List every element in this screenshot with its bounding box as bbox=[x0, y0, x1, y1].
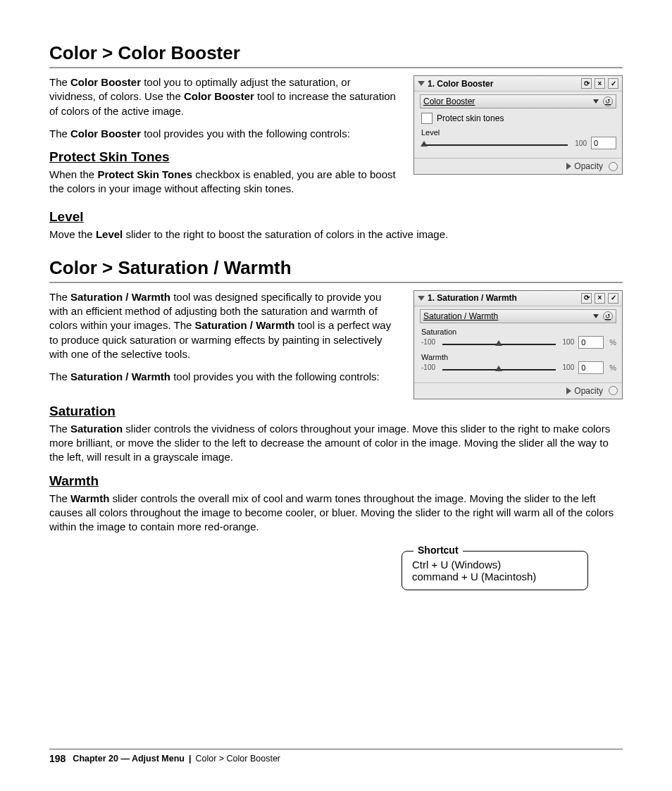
unit-label: % bbox=[609, 338, 616, 347]
page-footer: 198 Chapter 20 — Adjust Menu | Color > C… bbox=[49, 749, 623, 764]
slider-thumb[interactable] bbox=[495, 340, 502, 346]
shortcut-box: Shortcut Ctrl + U (Windows) command + U … bbox=[402, 551, 588, 590]
section-rule bbox=[49, 67, 623, 68]
panel-reset-icon[interactable]: ⟳ bbox=[581, 78, 592, 89]
chevron-down-icon bbox=[593, 314, 599, 318]
shortcut-line: Ctrl + U (Windows) bbox=[412, 559, 578, 571]
slider-max-label: 100 bbox=[575, 139, 587, 147]
panel-title-bar[interactable]: 1. Saturation / Warmth ⟳ × ✓ bbox=[414, 291, 622, 306]
panel-close-icon[interactable]: × bbox=[595, 293, 605, 304]
dropdown-label: Color Booster bbox=[423, 96, 475, 106]
body-text: The Color Booster tool you to optimally … bbox=[49, 75, 399, 118]
shortcut-legend: Shortcut bbox=[413, 544, 463, 556]
opacity-toggle[interactable] bbox=[609, 386, 618, 395]
panel-enable-checkbox[interactable]: ✓ bbox=[608, 78, 618, 89]
warmth-slider[interactable] bbox=[442, 369, 556, 370]
heading-color-booster: Color > Color Booster bbox=[49, 42, 623, 64]
panel-reset-icon[interactable]: ⟳ bbox=[581, 293, 592, 304]
collapse-icon[interactable] bbox=[418, 81, 425, 86]
method-dropdown[interactable]: Saturation / Warmth ↺ bbox=[420, 309, 616, 323]
slider-max-label: 100 bbox=[563, 338, 575, 346]
reset-icon[interactable]: ↺ bbox=[603, 311, 613, 321]
slider-thumb[interactable] bbox=[495, 366, 502, 371]
unit-label: % bbox=[609, 363, 616, 372]
warmth-value-input[interactable]: 0 bbox=[578, 361, 604, 374]
body-text: The Saturation slider controls the vivid… bbox=[49, 422, 623, 465]
footer-chapter: Chapter 20 — Adjust Menu bbox=[73, 754, 185, 764]
level-slider[interactable] bbox=[424, 144, 568, 146]
body-text: The Warmth slider controls the overall m… bbox=[49, 492, 623, 535]
subheading-level: Level bbox=[49, 209, 623, 225]
protect-skin-tones-checkbox[interactable] bbox=[421, 113, 433, 124]
expand-icon[interactable] bbox=[566, 387, 571, 394]
panel-title-text: 1. Saturation / Warmth bbox=[428, 293, 517, 303]
footer-divider: | bbox=[189, 754, 192, 764]
saturation-value-input[interactable]: 0 bbox=[578, 336, 604, 349]
subheading-saturation: Saturation bbox=[49, 404, 623, 419]
chevron-down-icon bbox=[593, 99, 599, 104]
panel-title-text: 1. Color Booster bbox=[428, 79, 493, 89]
panel-title-bar[interactable]: 1. Color Booster ⟳ × ✓ bbox=[414, 76, 622, 92]
panel-color-booster: 1. Color Booster ⟳ × ✓ Color Booster ↺ P… bbox=[413, 75, 623, 175]
body-text: When the Protect Skin Tones checkbox is … bbox=[49, 168, 399, 197]
opacity-label: Opacity bbox=[574, 161, 603, 171]
opacity-label: Opacity bbox=[574, 386, 603, 396]
checkbox-label: Protect skin tones bbox=[437, 113, 504, 123]
panel-close-icon[interactable]: × bbox=[595, 78, 605, 89]
panel-saturation-warmth: 1. Saturation / Warmth ⟳ × ✓ Saturation … bbox=[413, 290, 623, 399]
slider-label: Warmth bbox=[421, 353, 616, 361]
opacity-toggle[interactable] bbox=[609, 162, 618, 171]
body-text: The Saturation / Warmth tool provides yo… bbox=[49, 370, 399, 384]
heading-saturation-warmth: Color > Saturation / Warmth bbox=[49, 257, 623, 279]
page-number: 198 bbox=[49, 753, 66, 764]
dropdown-label: Saturation / Warmth bbox=[423, 311, 498, 321]
slider-label: Level bbox=[421, 128, 616, 137]
body-text: The Saturation / Warmth tool was designe… bbox=[49, 290, 399, 361]
shortcut-line: command + U (Macintosh) bbox=[412, 571, 578, 583]
expand-icon[interactable] bbox=[566, 163, 571, 170]
slider-max-label: 100 bbox=[563, 363, 575, 371]
reset-icon[interactable]: ↺ bbox=[603, 96, 613, 106]
body-text: Move the Level slider to the right to bo… bbox=[49, 228, 623, 242]
collapse-icon[interactable] bbox=[418, 296, 425, 301]
panel-enable-checkbox[interactable]: ✓ bbox=[608, 293, 618, 304]
section-rule bbox=[49, 282, 623, 283]
method-dropdown[interactable]: Color Booster ↺ bbox=[420, 94, 616, 108]
footer-breadcrumb: Color > Color Booster bbox=[195, 754, 280, 764]
slider-label: Saturation bbox=[421, 328, 616, 336]
slider-min-label: -100 bbox=[421, 338, 435, 346]
slider-min-label: -100 bbox=[421, 363, 435, 371]
body-text: The Color Booster tool provides you with… bbox=[49, 127, 399, 141]
subheading-protect-skin-tones: Protect Skin Tones bbox=[49, 149, 399, 165]
subheading-warmth: Warmth bbox=[49, 473, 623, 489]
level-value-input[interactable]: 0 bbox=[591, 137, 616, 149]
saturation-slider[interactable] bbox=[442, 344, 556, 345]
slider-thumb[interactable] bbox=[421, 141, 428, 147]
